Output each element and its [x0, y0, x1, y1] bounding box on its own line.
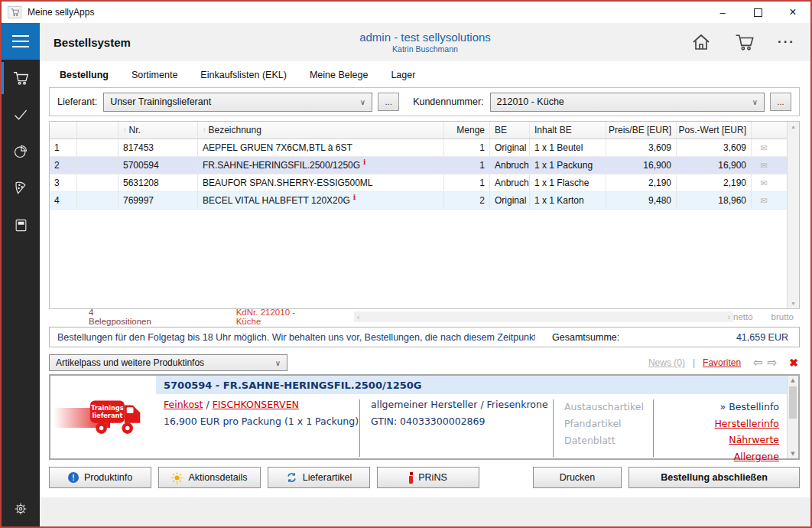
table-row-selected[interactable]: 2 5700594 FR.SAHNE-HERINGSFIL.2500/1250G… [50, 157, 799, 174]
brutto-toggle[interactable]: brutto [771, 312, 794, 321]
netto-toggle[interactable]: netto [733, 312, 753, 321]
col-header-nr[interactable]: ↑Nr. [119, 122, 198, 139]
order-table: ↑Nr. ↑Bezeichnung Menge BE Inhalt BE Pre… [49, 121, 800, 309]
col-header-inhalt[interactable]: Inhalt BE [530, 122, 606, 139]
scroll-right-icon[interactable]: › [728, 313, 730, 321]
tab-sortimente[interactable]: Sortimente [132, 70, 177, 80]
positions-count: 4 Belegpositionen [89, 308, 158, 326]
more-menu-button[interactable]: ··· [778, 34, 795, 50]
tab-bestellung[interactable]: Bestellung [60, 70, 109, 80]
table-vertical-scrollbar[interactable]: ▲ ▼ [787, 122, 799, 308]
truck-logo-icon: Trainings lieferant [89, 393, 148, 440]
produktinfo-button[interactable]: ! Produktinfo [49, 467, 151, 488]
kundennummer-select[interactable]: 212010 - Küche ∨ [490, 93, 765, 112]
separator: | [693, 357, 695, 368]
flag-austauschartikel: Austauschartikel [564, 399, 653, 416]
sidebar-item-aktionen[interactable] [2, 170, 40, 207]
app-window: Meine sellyApps – × [0, 0, 812, 528]
summary-bar: Bestellungen für den Folgetag bis 18 Uhr… [49, 327, 800, 347]
info-icon: ! [68, 472, 79, 483]
category-link[interactable]: Feinkost [164, 399, 203, 410]
home-icon [691, 33, 711, 51]
lieferant-browse-button[interactable]: ... [378, 93, 399, 111]
prev-article-icon[interactable]: ⇦ [753, 356, 763, 370]
chevron-down-icon: ∨ [752, 98, 758, 106]
table-row[interactable]: 3 5631208 BEAUFOR SPAN.SHERRY-ESSIG500ML… [50, 174, 799, 192]
aktionsdetails-button[interactable]: Aktionsdetails [158, 467, 261, 488]
cart-icon [734, 33, 755, 51]
productinfo-select[interactable]: Artikelpass und weitere Produktinfos ∨ [49, 354, 287, 371]
close-button[interactable]: × [775, 2, 810, 23]
productinfo-toolbar: Artikelpass und weitere Produktinfos ∨ N… [49, 354, 800, 371]
scrollbar-thumb[interactable] [789, 386, 797, 419]
app-logo-icon [8, 6, 21, 18]
price-info: 16,900 EUR pro Packung (1 x 1 Packung) [164, 416, 359, 427]
gear-icon [13, 501, 28, 517]
lieferant-select[interactable]: Unser Trainingslieferant ∨ [103, 93, 372, 112]
prins-button[interactable]: PRiNS [377, 467, 479, 488]
prins-flag-icon: i [353, 194, 356, 201]
chevron-down-icon: ∨ [275, 359, 281, 367]
scroll-up-icon[interactable]: ▲ [791, 377, 794, 383]
panel-scrollbar[interactable]: ▲ ▼ [787, 376, 798, 458]
mail-icon[interactable]: ✉ [760, 196, 767, 206]
col-header-be[interactable]: BE [490, 122, 530, 139]
header-bar: Bestellsystem admin - test sellysolution… [40, 23, 810, 61]
scroll-down-icon[interactable]: ▼ [791, 451, 794, 457]
tab-einkaufslisten[interactable]: Einkaufslisten (EKL) [200, 70, 287, 80]
table-status-strip: 4 Belegpositionen KdNr. 212010 - Küche ‹… [49, 309, 800, 324]
sidebar-item-katalog[interactable] [2, 207, 40, 243]
status-footer [40, 497, 810, 526]
total-value: 41,659 EUR [736, 332, 788, 343]
svg-text:Trainings: Trainings [91, 404, 124, 412]
sidebar-item-checklist[interactable] [2, 96, 40, 133]
kundennummer-browse-button[interactable]: ... [770, 93, 791, 111]
table-row[interactable]: 4 769997 BECEL VITAL HALBFETT 120X20Gi 2… [50, 192, 799, 210]
bestellinfo-link[interactable]: » Bestellinfo [654, 399, 779, 416]
sidebar-item-bestellsystem[interactable] [2, 60, 40, 96]
mail-icon[interactable]: ✉ [760, 143, 767, 153]
minimize-button[interactable]: – [705, 2, 740, 23]
herstellerinfo-link[interactable]: Herstellerinfo [654, 416, 779, 432]
subcategory-link[interactable]: FISCHKONSERVEN [213, 399, 299, 410]
next-article-icon[interactable]: ⇨ [768, 356, 778, 370]
supplier-logo: Trainings lieferant [50, 376, 156, 458]
news-link[interactable]: News (0) [648, 357, 685, 368]
kdnr-label: KdNr. 212010 - Küche [236, 308, 322, 326]
drucken-button[interactable]: Drucken [533, 467, 622, 488]
table-header: ↑Nr. ↑Bezeichnung Menge BE Inhalt BE Pre… [50, 122, 799, 139]
favorites-link[interactable]: Favoriten [703, 357, 741, 368]
col-header-menge[interactable]: Menge [444, 122, 490, 139]
tab-meine-belege[interactable]: Meine Belege [310, 70, 368, 80]
bestellung-abschliessen-button[interactable]: Bestellung abschließen [628, 467, 800, 488]
sidebar-item-settings[interactable] [2, 493, 40, 525]
tab-lager[interactable]: Lager [391, 70, 415, 80]
cart-button[interactable] [734, 33, 755, 51]
col-header-poswert[interactable]: Pos.-Wert [EUR] [677, 122, 752, 139]
table-row[interactable]: 1 817453 AEPFEL GRUEN 7X6CM,BTL à 6ST 1 … [50, 139, 799, 157]
scroll-left-icon[interactable]: ‹ [357, 313, 359, 321]
col-header-preis[interactable]: Preis/BE [EUR] [606, 122, 677, 139]
close-panel-icon[interactable]: ✖ [789, 357, 798, 369]
prins-flag-icon: i [363, 158, 365, 166]
naehrwerte-link[interactable]: Nährwerte [654, 432, 779, 448]
allergene-link[interactable]: Allergene [654, 448, 779, 465]
sidebar-item-statistics[interactable] [2, 133, 40, 170]
sidebar [2, 23, 40, 526]
scroll-up-icon[interactable]: ▲ [791, 124, 796, 129]
kundennummer-label: Kundennummer: [413, 96, 483, 107]
scroll-down-icon[interactable]: ▼ [791, 301, 796, 306]
maximize-button[interactable] [740, 2, 775, 23]
table-horizontal-scrollbar[interactable]: ‹ › [354, 311, 733, 322]
svg-text:lieferant: lieferant [92, 412, 122, 419]
home-button[interactable] [691, 33, 711, 51]
chevron-down-icon: ∨ [360, 98, 365, 106]
lieferartikel-button[interactable]: Lieferartikel [268, 467, 370, 488]
mail-icon[interactable]: ✉ [760, 178, 767, 188]
mail-icon[interactable]: ✉ [760, 161, 767, 171]
col-header-bezeichnung[interactable]: ↑Bezeichnung [198, 122, 444, 139]
sync-arrows-icon [286, 472, 297, 483]
tab-bar: Bestellung Sortimente Einkaufslisten (EK… [60, 70, 800, 80]
sun-icon [171, 472, 183, 484]
menu-button[interactable] [2, 23, 40, 60]
